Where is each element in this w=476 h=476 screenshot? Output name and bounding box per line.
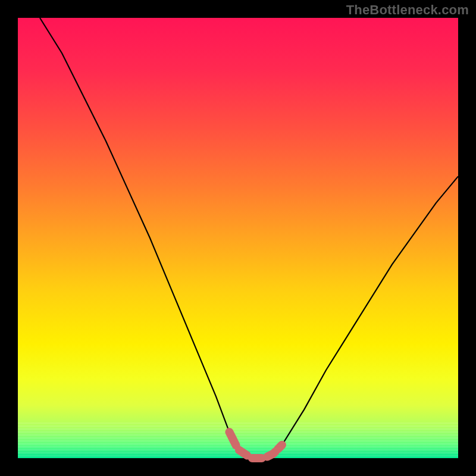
chart-frame: TheBottleneck.com <box>0 0 476 476</box>
svg-rect-3 <box>18 431 458 433</box>
bottleneck-chart <box>0 0 476 476</box>
svg-rect-4 <box>18 434 458 436</box>
svg-rect-1 <box>18 425 458 427</box>
svg-rect-0 <box>18 422 458 424</box>
plot-background <box>18 18 458 458</box>
watermark-text: TheBottleneck.com <box>346 2 469 18</box>
svg-rect-11 <box>18 455 458 456</box>
svg-rect-2 <box>18 428 458 430</box>
svg-rect-5 <box>18 437 458 439</box>
